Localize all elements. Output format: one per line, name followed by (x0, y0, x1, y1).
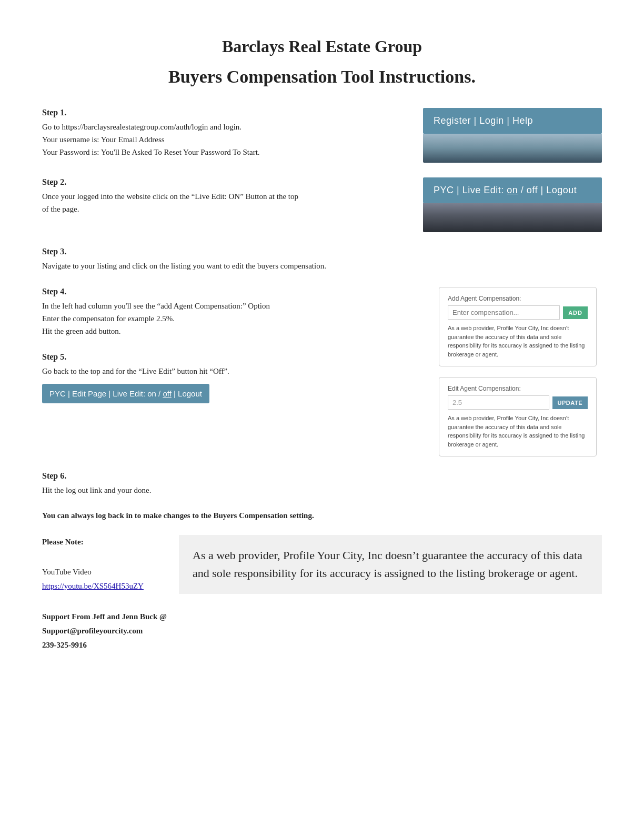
step5-bar-suffix: | Logout (172, 389, 202, 398)
step2-visual: PYC | Live Edit: on / off | Logout (423, 177, 602, 232)
step2-nav-image (423, 203, 602, 232)
step4-5-row: Step 4. In the left had column you'll se… (42, 287, 602, 456)
support-line1: Support From Jeff and Jenn Buck @ (42, 610, 602, 624)
step1-nav-image (423, 134, 602, 163)
page-wrapper: Barclays Real Estate Group Buyers Compen… (42, 37, 602, 652)
step2-text: Step 2. Once your logged into the websit… (42, 177, 316, 215)
edit-compensation-input[interactable] (448, 395, 549, 410)
add-box-label: Add Agent Compensation: (448, 295, 588, 302)
step4-block: Step 4. In the left had column you'll se… (42, 287, 423, 337)
update-compensation-button[interactable]: UPDATE (552, 396, 588, 409)
step1-text: Step 1. Go to https://barclaysrealestate… (42, 108, 316, 158)
add-disclaimer: As a web provider, Profile Your City, In… (448, 324, 588, 359)
step5-bar-prefix: PYC | Edit Page | Live Edit: on / (49, 389, 163, 398)
step5-label: Step 5. (42, 352, 423, 362)
step1-body: Go to https://barclaysrealestategroup.co… (42, 121, 300, 158)
step6-body: Hit the log out link and your done. (42, 484, 602, 497)
step2-bar-suffix: | Logout (538, 185, 577, 195)
youtube-url[interactable]: https://youtu.be/XS564H53uZY (42, 579, 163, 593)
edit-input-row: UPDATE (448, 395, 588, 410)
youtube-label: YouTube Video (42, 565, 163, 579)
step1-row: Step 1. Go to https://barclaysrealestate… (42, 108, 602, 163)
support-line2: Support@profileyourcity.com (42, 624, 602, 638)
step5-block: Step 5. Go back to the top and for the “… (42, 352, 423, 403)
step4-label: Step 4. (42, 287, 423, 296)
step2-label: Step 2. (42, 177, 300, 187)
step2-row: Step 2. Once your logged into the websit… (42, 177, 602, 232)
step5-edit-bar: PYC | Edit Page | Live Edit: on / off | … (42, 384, 209, 403)
step2-bar-on: on (507, 185, 518, 195)
step2-bar-prefix: PYC | Live Edit: (434, 185, 507, 195)
step2-live-edit-bar: PYC | Live Edit: on / off | Logout (423, 177, 602, 203)
step4-5-left: Step 4. In the left had column you'll se… (42, 287, 439, 413)
add-compensation-box: Add Agent Compensation: ADD As a web pro… (439, 287, 597, 366)
step1-visual: Register | Login | Help (423, 108, 602, 163)
step2-bar-off: off (527, 185, 538, 195)
note-left: Please Note: YouTube Video https://youtu… (42, 535, 163, 593)
always-note: You can always log back in to make chang… (42, 511, 602, 520)
step5-body: Go back to the top and for the “Live Edi… (42, 365, 423, 378)
step4-body: In the left had column you'll see the “a… (42, 300, 423, 337)
step5-edit-bar-wrapper: PYC | Edit Page | Live Edit: on / off | … (42, 384, 423, 403)
note-right-disclaimer: As a web provider, Profile Your City, In… (179, 535, 602, 594)
step1-nav-bar: Register | Login | Help (423, 108, 602, 134)
step2-bar-sep: / (518, 185, 527, 195)
support-line3: 239-325-9916 (42, 638, 602, 652)
step4-5-right: Add Agent Compensation: ADD As a web pro… (439, 287, 602, 456)
add-compensation-input[interactable] (448, 305, 560, 320)
please-note-label: Please Note: (42, 535, 163, 549)
page-title: Barclays Real Estate Group (42, 37, 602, 56)
edit-disclaimer: As a web provider, Profile Your City, In… (448, 414, 588, 449)
step3-label: Step 3. (42, 247, 602, 256)
edit-box-label: Edit Agent Compensation: (448, 385, 588, 392)
step1-label: Step 1. (42, 108, 300, 117)
step6-label: Step 6. (42, 471, 602, 481)
page-subtitle: Buyers Compensation Tool Instructions. (42, 67, 602, 87)
step6-block: Step 6. Hit the log out link and your do… (42, 471, 602, 497)
note-section: Please Note: YouTube Video https://youtu… (42, 535, 602, 594)
step3-body: Navigate to your listing and click on th… (42, 260, 602, 272)
step3-row: Step 3. Navigate to your listing and cli… (42, 247, 602, 272)
support-section: Support From Jeff and Jenn Buck @ Suppor… (42, 610, 602, 652)
add-compensation-button[interactable]: ADD (563, 306, 588, 319)
step2-body: Once your logged into the website click … (42, 190, 300, 215)
edit-compensation-box: Edit Agent Compensation: UPDATE As a web… (439, 377, 597, 456)
step5-bar-off: off (163, 389, 171, 398)
add-input-row: ADD (448, 305, 588, 320)
